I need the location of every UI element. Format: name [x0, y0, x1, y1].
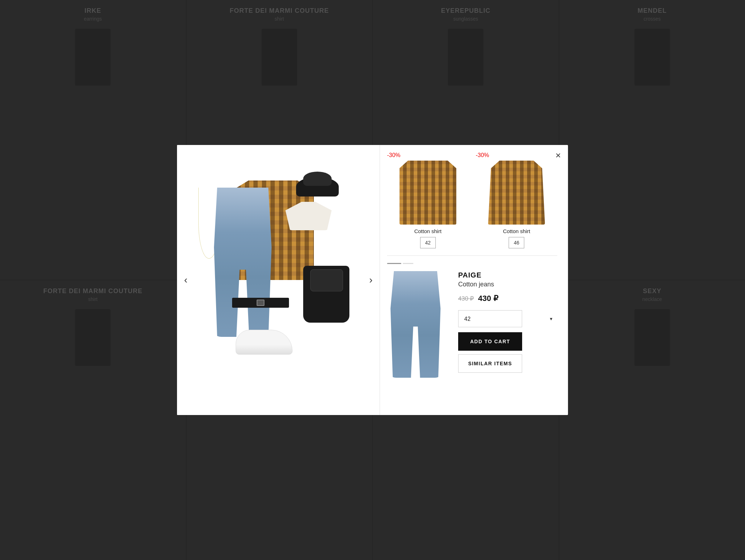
- outfit-sneakers: [236, 330, 293, 355]
- shirt-name-2: Cotton shirt: [503, 228, 530, 234]
- close-button[interactable]: ×: [556, 151, 561, 160]
- product-info: PAIGE Cotton jeans 430 ₽ 430 ₽ 40 42 44 …: [458, 271, 557, 378]
- slider-dots: [387, 263, 557, 264]
- brand-name: PAIGE: [458, 271, 557, 279]
- outfit-backpack: [303, 266, 349, 323]
- belt-buckle: [257, 300, 264, 306]
- shirts-row: -30% Cotton shirt 42 -30% Cotton shirt 4…: [387, 152, 557, 256]
- next-arrow[interactable]: ›: [366, 271, 376, 289]
- dot-2: [403, 263, 413, 264]
- outfit-collage: [197, 159, 360, 401]
- chevron-down-icon: ▾: [550, 316, 552, 322]
- price-old: 430 ₽: [458, 295, 474, 302]
- right-panel[interactable]: -30% Cotton shirt 42 -30% Cotton shirt 4…: [380, 145, 568, 415]
- size-select-wrapper: 40 42 44 46 48 ▾: [458, 310, 557, 327]
- discount-badge-2: -30%: [476, 152, 489, 158]
- product-jeans-image: [387, 271, 444, 378]
- product-detail: PAIGE Cotton jeans 430 ₽ 430 ₽ 40 42 44 …: [387, 271, 557, 378]
- add-to-cart-button[interactable]: ADD TO CART: [458, 332, 522, 351]
- shirt-size-2[interactable]: 46: [509, 237, 524, 248]
- shirt-image-1[interactable]: [400, 161, 456, 225]
- prev-arrow[interactable]: ‹: [181, 271, 191, 289]
- discount-badge-1: -30%: [387, 152, 400, 158]
- outfit-panel: ‹ ›: [177, 145, 380, 415]
- shirt-card-1[interactable]: -30% Cotton shirt 42: [387, 152, 469, 248]
- shirt-size-1[interactable]: 42: [420, 237, 436, 248]
- similar-items-button[interactable]: SIMILAR ITEMS: [458, 354, 522, 373]
- shirt-name-1: Cotton shirt: [414, 228, 441, 234]
- price-row: 430 ₽ 430 ₽: [458, 294, 557, 303]
- product-modal: × ‹ ›: [177, 145, 568, 415]
- shirt-image-2[interactable]: [488, 161, 545, 225]
- outfit-belt: [232, 298, 289, 308]
- outfit-jeans: [211, 188, 275, 337]
- price-current: 430 ₽: [478, 294, 498, 303]
- outfit-hat: [296, 170, 339, 202]
- product-name: Cotton jeans: [458, 281, 557, 288]
- dot-1: [387, 263, 401, 264]
- size-select[interactable]: 40 42 44 46 48: [458, 310, 522, 327]
- shirt-card-2[interactable]: -30% Cotton shirt 46: [476, 152, 558, 248]
- product-image-container: [387, 271, 451, 378]
